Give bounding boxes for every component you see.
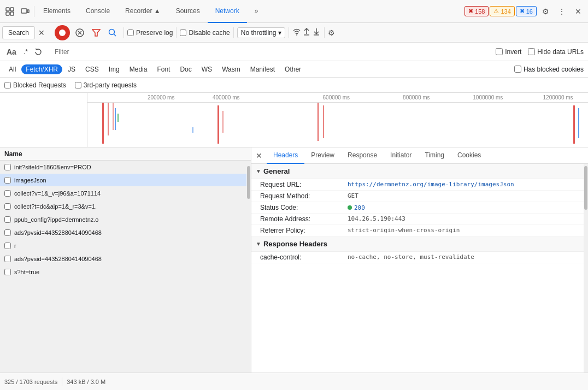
network-row-0[interactable]: init?siteId=1860&env=PROD <box>0 161 246 174</box>
type-btn-img[interactable]: Img <box>104 64 124 74</box>
network-row-5[interactable]: ads?pvsid=44352880414090468 <box>0 226 246 239</box>
type-btn-css[interactable]: CSS <box>81 64 103 74</box>
detail-tab-response[interactable]: Response <box>341 147 384 164</box>
svg-rect-0 <box>6 8 9 11</box>
row-checkbox-2[interactable] <box>4 190 11 197</box>
detail-tab-preview[interactable]: Preview <box>304 147 341 164</box>
network-list-scroll[interactable]: init?siteId=1860&env=PROD imagesJson col… <box>0 161 246 373</box>
timeline-bar-10 <box>323 105 324 138</box>
detail-panel: ✕ Headers Preview Response Initiator Tim… <box>251 147 588 373</box>
type-btn-manifest[interactable]: Manifest <box>246 64 279 74</box>
network-row-6[interactable]: r <box>0 239 246 252</box>
gear-icon[interactable]: ⚙ <box>538 4 553 19</box>
network-row-2[interactable]: collect?v=1&_v=j96&a=1071114 <box>0 187 246 200</box>
detail-tab-headers[interactable]: Headers <box>267 147 304 164</box>
detail-scrollbar[interactable] <box>584 164 588 373</box>
network-row-8[interactable]: s?ht=true <box>0 265 246 279</box>
row-checkbox-1[interactable] <box>4 177 11 184</box>
network-list-scrollbar[interactable] <box>246 161 251 373</box>
request-method-val: GET <box>348 192 358 200</box>
type-btn-wasm[interactable]: Wasm <box>217 64 245 74</box>
cache-control-val: no-cache, no-store, must-revalidate <box>348 253 474 261</box>
remote-address-key: Remote Address: <box>260 215 348 223</box>
network-list-scroll-thumb[interactable] <box>247 166 250 199</box>
topbar-right: ✖ 158 ⚠ 134 ✖ 16 ⚙ ⋮ ✕ <box>464 4 586 19</box>
download-icon[interactable] <box>312 27 321 38</box>
blocked-requests-checkbox[interactable]: Blocked Requests <box>4 81 66 89</box>
third-party-checkbox[interactable]: 3rd-party requests <box>75 81 137 89</box>
error-badge-red[interactable]: ✖ 158 <box>464 6 489 16</box>
network-row-1[interactable]: imagesJson <box>0 174 246 187</box>
hide-data-urls-checkbox[interactable]: Hide data URLs <box>528 48 584 56</box>
tab-console[interactable]: Console <box>78 0 117 23</box>
blocked-cookies-checkbox[interactable] <box>514 66 521 73</box>
detail-close-button[interactable]: ✕ <box>254 150 264 161</box>
type-filter-bar: All Fetch/XHR JS CSS Img Media Font Doc … <box>0 61 588 78</box>
remote-address-row: Remote Address: 104.26.5.190:443 <box>251 214 584 225</box>
refresh-button[interactable] <box>33 46 44 57</box>
settings-gear-icon[interactable]: ⚙ <box>328 28 335 37</box>
error-badge-yellow[interactable]: ⚠ 134 <box>490 6 514 16</box>
type-btn-other[interactable]: Other <box>280 64 305 74</box>
request-url-val[interactable]: https://dermnetnz.org/image-library/imag… <box>348 181 514 188</box>
row-checkbox-3[interactable] <box>4 203 11 210</box>
tab-network[interactable]: Network <box>208 0 247 23</box>
row-checkbox-8[interactable] <box>4 269 11 275</box>
svg-rect-1 <box>10 8 14 11</box>
row-checkbox-4[interactable] <box>4 216 11 223</box>
preserve-log-checkbox[interactable]: Preserve log <box>127 29 173 37</box>
type-btn-doc[interactable]: Doc <box>175 64 196 74</box>
detail-tab-initiator[interactable]: Initiator <box>384 147 418 164</box>
record-button[interactable] <box>55 25 70 40</box>
clear-log-button[interactable] <box>72 25 87 40</box>
throttle-select[interactable]: No throttling ▾ <box>237 27 286 38</box>
row-checkbox-7[interactable] <box>4 256 11 262</box>
response-headers-section-header[interactable]: ▼ Response Headers <box>251 237 584 252</box>
type-btn-fetchxhr[interactable]: Fetch/XHR <box>21 64 62 74</box>
row-checkbox-5[interactable] <box>4 229 11 236</box>
disable-cache-checkbox[interactable]: Disable cache <box>180 29 230 37</box>
detail-content[interactable]: ▼ General Request URL: https://dermnetnz… <box>251 164 584 373</box>
type-btn-media[interactable]: Media <box>125 64 152 74</box>
timeline-ruler: 200000 ms 400000 ms 600000 ms 800000 ms … <box>87 93 588 103</box>
type-btn-js[interactable]: JS <box>63 64 80 74</box>
invert-checkbox[interactable]: Invert <box>496 48 521 56</box>
more-icon[interactable]: ⋮ <box>554 4 569 19</box>
type-btn-ws[interactable]: WS <box>197 64 216 74</box>
search-button[interactable] <box>105 25 120 40</box>
detail-tabs: ✕ Headers Preview Response Initiator Tim… <box>251 147 588 164</box>
row-checkbox-0[interactable] <box>4 164 11 170</box>
search-tab[interactable]: Search <box>2 26 35 39</box>
timeline-main[interactable]: 200000 ms 400000 ms 600000 ms 800000 ms … <box>87 93 588 147</box>
close-icon[interactable]: ✕ <box>571 4 586 19</box>
tab-sources[interactable]: Sources <box>168 0 208 23</box>
error-badge-blue[interactable]: ✖ 16 <box>516 6 537 16</box>
regex-button[interactable]: .* <box>21 46 31 57</box>
has-blocked-cookies: Has blocked cookies <box>514 66 584 73</box>
svg-rect-3 <box>10 12 14 15</box>
filter-input[interactable] <box>52 47 489 57</box>
tab-elements[interactable]: Elements <box>36 0 78 23</box>
timeline-bar-3 <box>113 103 114 130</box>
svg-point-10 <box>109 29 115 34</box>
detail-scroll-thumb[interactable] <box>584 166 587 210</box>
device-toggle-icon[interactable] <box>17 4 33 19</box>
type-btn-font[interactable]: Font <box>152 64 174 74</box>
network-row-7[interactable]: ads?pvsid=44352880414090468 <box>0 252 246 265</box>
type-btn-all[interactable]: All <box>4 64 20 74</box>
tab-recorder[interactable]: Recorder ▲ <box>117 0 168 23</box>
tab-more[interactable]: » <box>247 0 266 23</box>
devtools-topbar: Elements Console Recorder ▲ Sources Netw… <box>0 0 588 23</box>
network-row-3[interactable]: collect?t=dc&aip=1&_r=3&v=1. <box>0 200 246 213</box>
filter-button[interactable] <box>89 25 104 40</box>
network-row-4[interactable]: ppub_config?ippd=dermnetnz.o <box>0 213 246 226</box>
row-checkbox-6[interactable] <box>4 243 11 249</box>
detail-tab-timing[interactable]: Timing <box>418 147 451 164</box>
wifi-icon[interactable] <box>292 27 301 38</box>
general-section-header[interactable]: ▼ General <box>251 164 584 179</box>
detail-tab-cookies[interactable]: Cookies <box>451 147 487 164</box>
inspect-icon[interactable] <box>2 4 17 19</box>
upload-icon[interactable] <box>302 27 311 38</box>
case-sensitive-button[interactable]: Aa <box>4 46 19 57</box>
search-close-button[interactable]: ✕ <box>36 27 47 38</box>
